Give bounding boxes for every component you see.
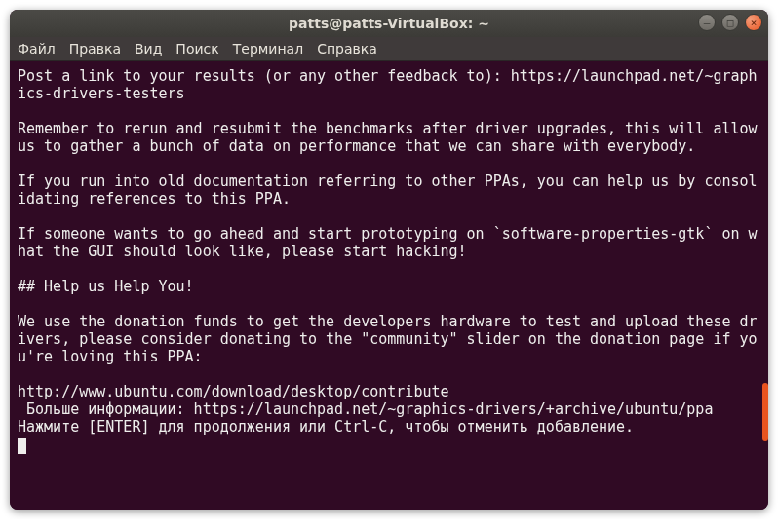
terminal-window: patts@patts-VirtualBox: ~ — □ × Файл Пра… [10,10,768,510]
window-controls: — □ × [698,14,762,31]
terminal-cursor [18,438,26,454]
maximize-button[interactable]: □ [721,14,739,31]
titlebar[interactable]: patts@patts-VirtualBox: ~ — □ × [10,10,768,37]
minimize-button[interactable]: — [698,14,716,31]
menubar: Файл Правка Вид Поиск Терминал Справка [10,37,768,61]
menu-search[interactable]: Поиск [175,41,218,57]
window-title: patts@patts-VirtualBox: ~ [18,16,760,31]
menu-file[interactable]: Файл [18,41,56,57]
close-button[interactable]: × [745,14,762,31]
scrollbar-thumb[interactable] [762,383,768,441]
maximize-icon: □ [727,17,734,29]
terminal-viewport[interactable]: Post a link to your results (or any othe… [10,61,768,510]
menu-edit[interactable]: Правка [69,41,121,57]
close-icon: × [751,17,758,29]
minimize-icon: — [704,17,711,29]
menu-view[interactable]: Вид [135,41,162,57]
terminal-output: Post a link to your results (or any othe… [18,67,760,436]
menu-help[interactable]: Справка [317,41,377,57]
menu-terminal[interactable]: Терминал [233,41,303,57]
